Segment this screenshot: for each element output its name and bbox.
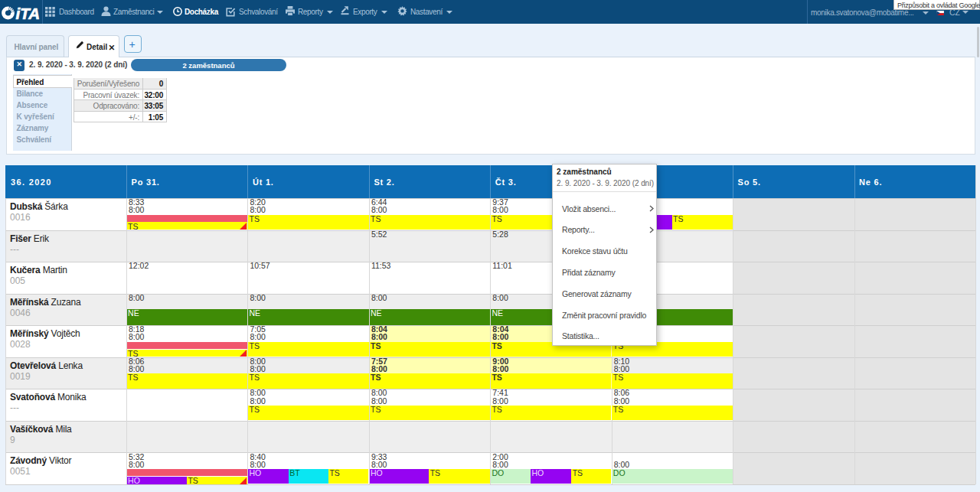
svg-text:iTA: iTA <box>16 5 41 22</box>
